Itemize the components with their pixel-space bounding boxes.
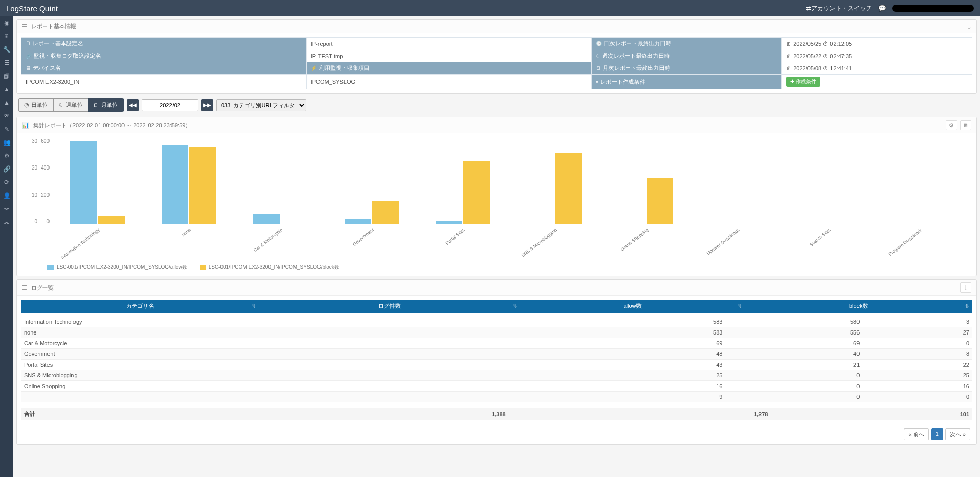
sb-link-icon[interactable]: 🔗 bbox=[0, 162, 13, 176]
table-row[interactable]: Car & Motorcycle69690 bbox=[21, 338, 972, 349]
log-table: カテゴリ名⇅ログ件数⇅allow数⇅block数⇅ bbox=[21, 300, 972, 313]
sb-eye-icon[interactable]: 👁 bbox=[0, 109, 13, 123]
col-header[interactable]: カテゴリ名⇅ bbox=[21, 300, 259, 313]
col-header[interactable]: ログ件数⇅ bbox=[259, 300, 520, 313]
lbl-collect: 監視・収集ログ取込設定名 bbox=[34, 53, 101, 59]
sb-doc-icon[interactable]: 🗎 bbox=[0, 30, 13, 43]
period-segment: ◔日単位 ☾週単位 🗓月単位 bbox=[18, 98, 124, 112]
bar-block[interactable] bbox=[98, 216, 125, 224]
table-row[interactable]: Government48408 bbox=[21, 349, 972, 360]
table-row[interactable]: Updater Downloads000 bbox=[21, 402, 972, 404]
moon-icon: ☾ bbox=[59, 102, 64, 108]
sb-paper-icon[interactable]: 🗐 bbox=[0, 69, 13, 83]
account-switch[interactable]: ⇄アカウント・スイッチ bbox=[806, 4, 872, 13]
chart-icon: 📊 bbox=[22, 122, 29, 129]
sidebar: ◉ 🗎 🔧 ☰ 🗐 ▲ ▲ 👁 ✎ 👥 ⚙ 🔗 ⟳ 👤 ⫘ ⫘ bbox=[0, 16, 13, 455]
col-header[interactable]: block数⇅ bbox=[745, 300, 972, 313]
chart-category: none bbox=[143, 138, 234, 224]
chart-x-label: Online Shopping bbox=[619, 227, 649, 252]
create-cond-button[interactable]: ✚ 作成条件 bbox=[786, 77, 820, 87]
sb-alert1-icon[interactable]: ▲ bbox=[0, 83, 13, 96]
bar-allow[interactable] bbox=[345, 219, 371, 224]
lbl-device: デバイス名 bbox=[33, 65, 61, 71]
chart-category: Information Technology bbox=[52, 138, 143, 224]
chart-x-label: Car & Motorcycle bbox=[253, 227, 284, 253]
bar-allow[interactable] bbox=[253, 214, 280, 224]
chart-x-label: none bbox=[181, 227, 192, 237]
bar-block[interactable] bbox=[463, 161, 490, 224]
period-month-button[interactable]: 🗓月単位 bbox=[88, 98, 124, 112]
table-row[interactable]: 900 bbox=[21, 392, 972, 402]
sb-list-icon[interactable]: ☰ bbox=[0, 56, 13, 69]
date-next-button[interactable]: ▶▶ bbox=[201, 99, 213, 111]
legend-item[interactable]: LSC-001/IPCOM EX2-3200_IN/IPCOM_SYSLOG/a… bbox=[47, 264, 187, 271]
period-week-button[interactable]: ☾週単位 bbox=[54, 98, 88, 112]
period-day-button[interactable]: ◔日単位 bbox=[18, 98, 54, 112]
lbl-weekly: 週次レポート最終出力日時 bbox=[602, 53, 670, 59]
bar-allow[interactable] bbox=[436, 221, 462, 224]
chart-export-button[interactable]: 🗎 bbox=[960, 120, 971, 130]
clock-icon: ◔ bbox=[24, 102, 29, 108]
bar-block[interactable] bbox=[647, 178, 673, 224]
chart-x-label: Updater Downloads bbox=[706, 227, 741, 256]
sb-users-icon[interactable]: 👥 bbox=[0, 136, 13, 149]
panel-menu-icon[interactable]: ☰ bbox=[22, 23, 27, 30]
date-prev-button[interactable]: ◀◀ bbox=[127, 99, 139, 111]
y-axis-left: 6004002000 bbox=[39, 138, 52, 235]
chart-settings-button[interactable]: ⚙ bbox=[946, 120, 957, 130]
table-row[interactable]: Portal Sites432122 bbox=[21, 360, 972, 370]
sb-wrench-icon[interactable]: 🔧 bbox=[0, 43, 13, 56]
chart-x-label: Government bbox=[352, 227, 375, 247]
sb-user-icon[interactable]: 👤 bbox=[0, 189, 13, 202]
y-axis-right: 3020100 bbox=[27, 138, 39, 235]
bar-allow[interactable] bbox=[70, 141, 97, 224]
bar-block[interactable] bbox=[189, 147, 216, 224]
table-row[interactable]: none58355627 bbox=[21, 327, 972, 338]
table-row[interactable]: SNS & Microblogging25025 bbox=[21, 370, 972, 381]
sb-share-icon[interactable]: ⫘ bbox=[0, 202, 13, 216]
pager: « 前へ 1 次へ » bbox=[17, 424, 976, 444]
chart-category: Search Sites bbox=[783, 138, 875, 224]
bolt-icon: ⚡ bbox=[311, 65, 317, 71]
legend-item[interactable]: LSC-001/IPCOM EX2-3200_IN/IPCOM_SYSLOG/b… bbox=[200, 264, 339, 271]
chart-x-label: SNS & Microblogging bbox=[520, 227, 558, 258]
date-input[interactable] bbox=[142, 99, 198, 111]
chart-category: Program Downloads bbox=[875, 138, 966, 224]
val-weekly: 2022/05/22 ⏱ 02:47:35 bbox=[793, 53, 852, 59]
panel-menu-icon[interactable]: ☰ bbox=[22, 284, 27, 291]
val-monitem: IPCOM_SYSLOG bbox=[307, 75, 592, 89]
chart-category: Online Shopping bbox=[600, 138, 692, 224]
bar-block[interactable] bbox=[555, 153, 582, 224]
sb-reload-icon[interactable]: ⟳ bbox=[0, 176, 13, 189]
bar-block[interactable] bbox=[372, 201, 399, 224]
sb-home-icon[interactable]: ◉ bbox=[0, 16, 13, 30]
user-redacted bbox=[892, 5, 974, 12]
col-header[interactable]: allow数⇅ bbox=[520, 300, 745, 313]
pager-page-1[interactable]: 1 bbox=[931, 428, 943, 440]
chart-panel: 📊 集計レポート（2022-02-01 00:00:00 ～ 2022-02-2… bbox=[16, 117, 977, 276]
link-icon: 🔗 bbox=[26, 53, 32, 59]
brand: LogStare Quint bbox=[6, 4, 806, 13]
bar-allow[interactable] bbox=[162, 145, 188, 224]
sb-gear-icon[interactable]: ⚙ bbox=[0, 149, 13, 162]
sb-tool-icon[interactable]: ✎ bbox=[0, 123, 13, 136]
cal-icon: 🗓 bbox=[93, 102, 99, 108]
pager-next-button[interactable]: 次へ » bbox=[945, 428, 970, 440]
sb-share2-icon[interactable]: ⫘ bbox=[0, 216, 13, 229]
info-table: 🗒レポート基本設定名 IP-report 🕑日次レポート最終出力日時 🗓2022… bbox=[21, 37, 972, 89]
chart-category: Car & Motorcycle bbox=[234, 138, 326, 224]
chat-icon[interactable]: 💬 bbox=[878, 5, 886, 12]
chart-legend: LSC-001/IPCOM EX2-3200_IN/IPCOM_SYSLOG/a… bbox=[27, 264, 966, 271]
chart-panel-title: 集計レポート（2022-02-01 00:00:00 ～ 2022-02-28 … bbox=[33, 122, 191, 129]
download-button[interactable]: ⭳ bbox=[960, 282, 971, 293]
sb-alert2-icon[interactable]: ▲ bbox=[0, 96, 13, 109]
chevron-down-icon[interactable]: ⌄ bbox=[966, 22, 972, 31]
chart-area: 3020100 6004002000 Information Technolog… bbox=[27, 138, 966, 235]
val-device: IPCOM EX2-3200_IN bbox=[21, 75, 306, 89]
filter-select[interactable]: 033_カテゴリ別URLフィルタ bbox=[216, 99, 306, 111]
table-row[interactable]: Information Technology5835803 bbox=[21, 317, 972, 327]
pager-prev-button[interactable]: « 前へ bbox=[904, 428, 929, 440]
lbl-report-name: レポート基本設定名 bbox=[33, 40, 83, 46]
table-row[interactable]: Online Shopping16016 bbox=[21, 381, 972, 392]
val-monthly: 2022/05/08 ⏱ 12:41:41 bbox=[793, 65, 852, 71]
